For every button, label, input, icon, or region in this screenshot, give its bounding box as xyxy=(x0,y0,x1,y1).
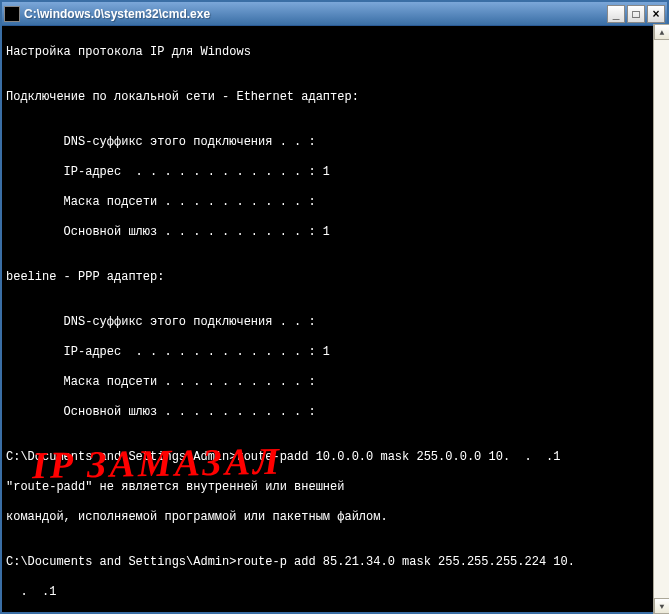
vertical-scrollbar[interactable]: ▲ ▼ xyxy=(653,24,669,614)
console-line: . .1 xyxy=(6,585,663,600)
console-line: Маска подсети . . . . . . . . . . : xyxy=(6,375,663,390)
console-line: IP-адрес . . . . . . . . . . . . : 1 xyxy=(6,165,663,180)
console-line: DNS-суффикс этого подключения . . : xyxy=(6,135,663,150)
console-line: Основной шлюз . . . . . . . . . . : xyxy=(6,405,663,420)
window-controls: _ □ × xyxy=(607,5,665,23)
scroll-track[interactable] xyxy=(654,40,669,598)
console-line: DNS-суффикс этого подключения . . : xyxy=(6,315,663,330)
console-output[interactable]: Настройка протокола IP для Windows Подкл… xyxy=(2,26,667,612)
console-line: Маска подсети . . . . . . . . . . : xyxy=(6,195,663,210)
console-line: Основной шлюз . . . . . . . . . . : 1 xyxy=(6,225,663,240)
minimize-button[interactable]: _ xyxy=(607,5,625,23)
close-button[interactable]: × xyxy=(647,5,665,23)
window-title: C:\windows.0\system32\cmd.exe xyxy=(24,7,607,21)
console-line: Подключение по локальной сети - Ethernet… xyxy=(6,90,663,105)
cmd-window: C:\windows.0\system32\cmd.exe _ □ × Наст… xyxy=(0,0,669,614)
handwritten-annotation: IP ЗАМАЗАЛ xyxy=(32,454,282,473)
console-line: beeline - PPP адаптер: xyxy=(6,270,663,285)
console-line: Настройка протокола IP для Windows xyxy=(6,45,663,60)
console-line: IP-адрес . . . . . . . . . . . . : 1 xyxy=(6,345,663,360)
console-line: командой, исполняемой программой или пак… xyxy=(6,510,663,525)
console-line: C:\Documents and Settings\Admin>route-p … xyxy=(6,555,663,570)
titlebar[interactable]: C:\windows.0\system32\cmd.exe _ □ × xyxy=(2,2,667,26)
app-icon xyxy=(4,6,20,22)
maximize-button[interactable]: □ xyxy=(627,5,645,23)
scroll-down-button[interactable]: ▼ xyxy=(654,598,669,614)
scroll-up-button[interactable]: ▲ xyxy=(654,24,669,40)
